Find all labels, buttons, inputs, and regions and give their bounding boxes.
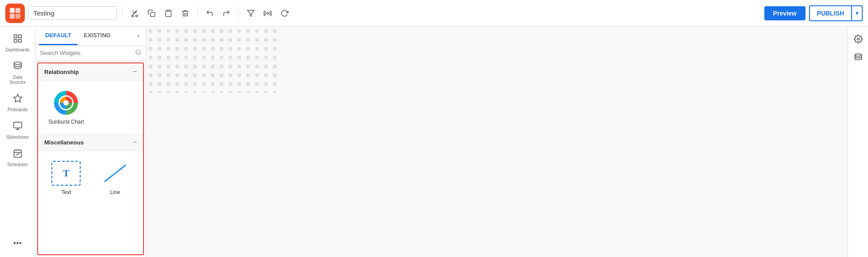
text-widget-label: Text — [61, 189, 71, 195]
slideshows-icon — [13, 121, 23, 133]
line-widget-label: Line — [110, 189, 120, 195]
app-logo — [5, 4, 25, 23]
svg-point-9 — [267, 12, 269, 14]
svg-rect-13 — [18, 39, 21, 42]
canvas-area[interactable] — [146, 27, 848, 257]
search-input[interactable] — [40, 50, 132, 56]
svg-rect-11 — [18, 35, 21, 38]
pinboards-icon — [13, 93, 23, 105]
delete-button[interactable] — [179, 7, 192, 20]
panel-tabs: DEFAULT EXISTING ‹ — [35, 27, 146, 46]
widget-line[interactable]: Line — [93, 156, 138, 199]
top-bar: Preview PUBLISH ▾ — [0, 0, 868, 27]
more-button[interactable]: ••• — [10, 235, 25, 252]
miscellaneous-widgets-grid: T Text Line — [38, 151, 143, 204]
sidebar-item-dashboards[interactable]: Dashboards — [3, 30, 33, 56]
svg-point-5 — [136, 15, 138, 17]
section-miscellaneous-title: Miscellaneous — [44, 139, 84, 146]
widget-sections: Relationship − — [37, 62, 144, 255]
embed-button[interactable] — [261, 7, 274, 20]
svg-rect-10 — [14, 35, 16, 38]
svg-rect-6 — [151, 12, 155, 16]
widget-text[interactable]: T Text — [43, 156, 89, 199]
section-miscellaneous-header[interactable]: Miscellaneous − — [38, 134, 143, 151]
data-sources-icon — [13, 61, 23, 73]
svg-point-25 — [63, 100, 69, 105]
svg-point-30 — [857, 38, 859, 40]
text-widget-icon-wrap: T — [51, 160, 82, 187]
sidebar-item-dashboards-label: Dashboards — [6, 47, 30, 52]
toolbar-separator-3 — [238, 7, 239, 20]
section-relationship-title: Relationship — [44, 69, 79, 75]
filter-button[interactable] — [244, 7, 257, 20]
section-relationship-toggle: − — [133, 68, 137, 76]
svg-line-22 — [140, 54, 141, 55]
svg-rect-2 — [10, 14, 15, 19]
redo-button[interactable] — [220, 7, 233, 20]
database-icon-button[interactable] — [850, 50, 866, 66]
svg-rect-1 — [16, 8, 20, 13]
svg-marker-8 — [248, 10, 254, 16]
svg-rect-0 — [10, 8, 15, 13]
schedules-icon — [13, 148, 23, 160]
copy-button[interactable] — [145, 7, 158, 20]
publish-caret-button[interactable]: ▾ — [852, 5, 863, 21]
sunburst-chart-label: Sunburst Chart — [48, 119, 84, 125]
svg-marker-15 — [13, 94, 21, 102]
tab-default[interactable]: DEFAULT — [39, 27, 78, 45]
svg-rect-12 — [14, 39, 16, 42]
sidebar-item-data-sources[interactable]: Data Sources — [3, 58, 33, 88]
paste-button[interactable] — [162, 7, 175, 20]
preview-button[interactable]: Preview — [764, 6, 806, 20]
dashboard-title-input[interactable] — [28, 6, 117, 20]
toolbar-separator-2 — [197, 7, 198, 20]
svg-point-21 — [136, 50, 140, 54]
publish-button[interactable]: PUBLISH — [809, 5, 852, 21]
svg-rect-17 — [14, 150, 21, 158]
sidebar-item-slideshows-label: Slideshows — [6, 135, 29, 140]
settings-icon-button[interactable] — [850, 31, 866, 47]
sunburst-chart-icon — [51, 90, 82, 116]
text-widget-icon: T — [51, 161, 81, 186]
relationship-widgets-grid: Sunburst Chart — [38, 81, 143, 134]
svg-line-26 — [105, 165, 125, 181]
toolbar-separator-1 — [122, 7, 123, 20]
canvas-grid — [146, 27, 279, 93]
section-relationship-header[interactable]: Relationship − — [38, 63, 143, 81]
sidebar-item-data-sources-label: Data Sources — [5, 75, 30, 85]
line-widget-icon-wrap — [100, 160, 131, 187]
sidebar-item-pinboards[interactable]: Pinboards — [3, 90, 33, 116]
svg-point-31 — [855, 54, 861, 56]
sidebar-item-pinboards-label: Pinboards — [8, 107, 27, 112]
line-widget-icon — [101, 161, 130, 186]
svg-point-14 — [14, 62, 21, 65]
sidebar-item-schedules[interactable]: Schedules — [3, 145, 33, 171]
sidebar-item-slideshows[interactable]: Slideshows — [3, 117, 33, 143]
section-miscellaneous-toggle: − — [133, 138, 137, 146]
svg-rect-16 — [13, 122, 21, 128]
svg-rect-3 — [16, 14, 20, 19]
undo-button[interactable] — [203, 7, 216, 20]
sidebar-item-schedules-label: Schedules — [7, 162, 28, 167]
dashboards-icon — [13, 34, 23, 46]
left-sidebar: Dashboards Data Sources Pinboards Slides… — [0, 27, 35, 257]
tab-existing[interactable]: EXISTING — [78, 27, 117, 45]
search-bar — [35, 46, 146, 61]
svg-rect-28 — [146, 27, 279, 93]
cut-button[interactable] — [128, 7, 141, 20]
search-icon — [135, 49, 141, 57]
panel-collapse-button[interactable]: ‹ — [135, 27, 142, 45]
svg-point-4 — [132, 15, 134, 17]
svg-rect-7 — [167, 10, 170, 11]
widget-panel: DEFAULT EXISTING ‹ Relationship − — [35, 27, 146, 257]
right-panel — [848, 27, 868, 257]
refresh-button[interactable] — [278, 7, 291, 20]
widget-sunburst-chart[interactable]: Sunburst Chart — [43, 86, 89, 128]
main-layout: Dashboards Data Sources Pinboards Slides… — [0, 27, 868, 257]
publish-group: PUBLISH ▾ — [809, 5, 863, 21]
